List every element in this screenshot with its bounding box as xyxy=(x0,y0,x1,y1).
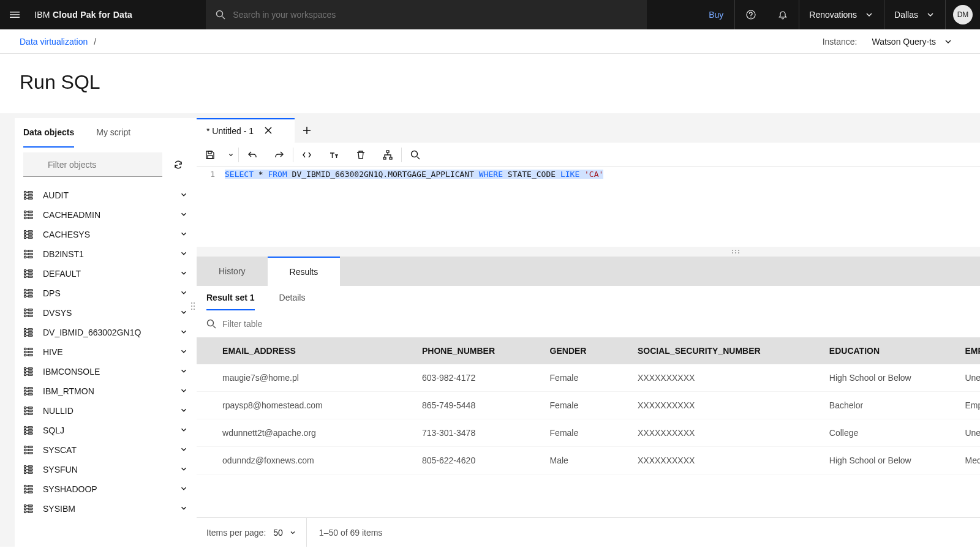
schema-item[interactable]: DV_IBMID_663002GN1Q xyxy=(15,323,197,342)
help-button[interactable] xyxy=(735,0,767,29)
table-row[interactable]: maugie7s@home.pl603-982-4172FemaleXXXXXX… xyxy=(197,364,980,392)
column-header[interactable]: SOCIAL_SECURITY_NUMBER xyxy=(628,337,820,364)
add-tab-button[interactable] xyxy=(295,118,319,143)
svg-point-162 xyxy=(191,302,192,304)
chevron-down-icon xyxy=(179,230,188,240)
per-page-select[interactable]: 50 xyxy=(273,528,296,538)
save-icon xyxy=(205,150,215,160)
table-row[interactable]: wdunnett2t@apache.org713-301-3478FemaleX… xyxy=(197,419,980,447)
chevron-down-icon xyxy=(179,367,188,377)
svg-point-83 xyxy=(24,354,26,356)
schema-item[interactable]: CACHEADMIN xyxy=(15,205,197,225)
redo-button[interactable] xyxy=(266,143,293,167)
column-header[interactable]: GENDER xyxy=(540,337,628,364)
svg-rect-59 xyxy=(28,296,32,297)
tab-results[interactable]: Results xyxy=(268,257,341,286)
save-dropdown[interactable] xyxy=(224,143,238,167)
schema-item[interactable]: SQLJ xyxy=(15,421,197,440)
svg-point-65 xyxy=(24,315,26,317)
svg-point-64 xyxy=(24,312,26,313)
filter-table-input[interactable] xyxy=(222,319,369,329)
sql-editor[interactable]: 1 SELECT * FROM DV_IBMID_663002GN1Q.MORT… xyxy=(197,167,980,247)
tab-details[interactable]: Details xyxy=(279,286,306,310)
hamburger-button[interactable] xyxy=(0,0,29,29)
schema-item[interactable]: DB2INST1 xyxy=(15,244,197,264)
svg-point-145 xyxy=(24,488,26,490)
schema-item[interactable]: CACHESYS xyxy=(15,225,197,244)
table-cell: High School or Below xyxy=(820,364,956,392)
table-row[interactable]: rpaysp8@homestead.com865-749-5448FemaleX… xyxy=(197,392,980,419)
svg-point-181 xyxy=(735,250,736,251)
tab-result-set[interactable]: Result set 1 xyxy=(206,286,255,310)
schema-item[interactable]: HIVE xyxy=(15,342,197,362)
schema-icon xyxy=(23,406,34,416)
svg-rect-158 xyxy=(28,511,32,512)
resize-handle[interactable] xyxy=(197,247,980,257)
tab-my-script[interactable]: My script xyxy=(96,118,130,148)
schema-item[interactable]: IBMCONSOLE xyxy=(15,362,197,381)
schema-tree[interactable]: AUDITCACHEADMINCACHESYSDB2INST1DEFAULTDP… xyxy=(15,183,197,547)
tab-data-objects[interactable]: Data objects xyxy=(23,118,74,148)
close-tab-button[interactable] xyxy=(263,126,273,137)
svg-rect-13 xyxy=(28,195,32,196)
instance-dropdown[interactable]: Watson Query-ts xyxy=(872,37,953,47)
code-area[interactable]: SELECT * FROM DV_IBMID_663002GN1Q.MORTGA… xyxy=(220,167,980,247)
svg-rect-140 xyxy=(28,472,32,473)
structure-button[interactable] xyxy=(374,143,401,167)
buy-link[interactable]: Buy xyxy=(698,0,734,29)
results-subtabs: Result set 1 Details xyxy=(197,286,980,310)
svg-rect-76 xyxy=(28,332,32,333)
column-header[interactable]: EMAIL_ADDRESS xyxy=(213,337,412,364)
notifications-button[interactable] xyxy=(767,0,799,29)
svg-point-11 xyxy=(24,197,26,199)
results-table-scroll[interactable]: EMAIL_ADDRESSPHONE_NUMBERGENDERSOCIAL_SE… xyxy=(197,337,980,517)
svg-rect-111 xyxy=(28,407,32,408)
svg-point-38 xyxy=(24,256,26,258)
svg-rect-50 xyxy=(28,276,32,277)
schema-item[interactable]: SYSFUN xyxy=(15,460,197,479)
svg-point-155 xyxy=(24,511,26,512)
editor-tab[interactable]: * Untitled - 1 xyxy=(197,118,295,143)
schema-item[interactable]: DVSYS xyxy=(15,303,197,323)
table-cell: XXXXXXXXXX xyxy=(628,392,820,419)
column-header[interactable]: EDUCATION xyxy=(820,337,956,364)
drag-handle-icon[interactable] xyxy=(190,302,195,312)
tab-history[interactable]: History xyxy=(197,257,268,286)
project-dropdown[interactable]: Renovations xyxy=(799,0,884,29)
svg-point-82 xyxy=(24,351,26,353)
refresh-button[interactable] xyxy=(168,155,188,174)
global-search[interactable] xyxy=(206,0,647,29)
schema-item[interactable]: SYSHADOOP xyxy=(15,479,197,499)
schema-item[interactable]: IBM_RTMON xyxy=(15,381,197,401)
chevron-down-icon xyxy=(228,152,234,158)
region-dropdown[interactable]: Dallas xyxy=(884,0,945,29)
text-size-button[interactable] xyxy=(320,143,347,167)
results-toolbar: Total:69 xyxy=(197,310,980,337)
avatar[interactable]: DM xyxy=(953,5,973,24)
schema-item[interactable]: NULLID xyxy=(15,401,197,421)
code-icon xyxy=(302,150,312,160)
column-header[interactable]: EMPLOYMENT_STATUS xyxy=(955,337,980,364)
undo-button[interactable] xyxy=(239,143,266,167)
table-row[interactable]: odunndz@foxnews.com805-622-4620MaleXXXXX… xyxy=(197,447,980,474)
schema-icon xyxy=(23,249,34,259)
save-button[interactable] xyxy=(197,143,224,167)
svg-point-99 xyxy=(24,387,26,389)
chevron-down-icon xyxy=(179,249,188,260)
global-search-input[interactable] xyxy=(233,10,637,20)
schema-item[interactable]: SYSIBM xyxy=(15,499,197,519)
delete-button[interactable] xyxy=(347,143,374,167)
schema-item[interactable]: DEFAULT xyxy=(15,264,197,283)
format-button[interactable] xyxy=(293,143,320,167)
svg-point-118 xyxy=(24,429,26,431)
svg-point-6 xyxy=(751,17,752,17)
schema-item[interactable]: SYSCAT xyxy=(15,440,197,460)
editor-search-button[interactable] xyxy=(402,143,429,167)
chevron-down-icon xyxy=(179,347,188,358)
schema-item[interactable]: AUDIT xyxy=(15,186,197,205)
column-header[interactable]: PHONE_NUMBER xyxy=(412,337,540,364)
schema-item[interactable]: DPS xyxy=(15,283,197,303)
svg-point-73 xyxy=(24,331,26,333)
filter-objects-input[interactable] xyxy=(23,152,162,177)
breadcrumb-link[interactable]: Data virtualization / xyxy=(20,37,96,47)
